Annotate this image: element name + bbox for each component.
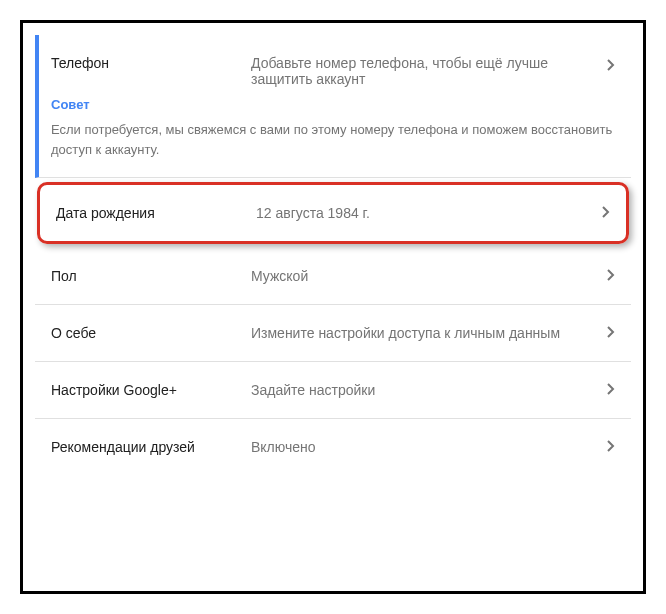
about-label: О себе <box>51 325 251 341</box>
birthdate-row[interactable]: Дата рождения 12 августа 1984 г. <box>40 185 626 241</box>
gender-value: Мужской <box>251 268 615 284</box>
chevron-right-icon <box>607 324 615 342</box>
gender-row[interactable]: Пол Мужской <box>35 248 631 305</box>
googleplus-row[interactable]: Настройки Google+ Задайте настройки <box>35 362 631 419</box>
birthdate-value: 12 августа 1984 г. <box>256 205 610 221</box>
chevron-right-icon <box>607 381 615 399</box>
birthdate-label: Дата рождения <box>56 205 256 221</box>
birthdate-highlight: Дата рождения 12 августа 1984 г. <box>37 182 629 244</box>
tip-label: Совет <box>51 97 615 112</box>
friends-label: Рекомендации друзей <box>51 439 251 455</box>
gender-label: Пол <box>51 268 251 284</box>
about-value: Измените настройки доступа к личным данн… <box>251 325 615 341</box>
googleplus-value: Задайте настройки <box>251 382 615 398</box>
friends-value: Включено <box>251 439 615 455</box>
chevron-right-icon <box>607 57 615 75</box>
settings-list: Телефон Добавьте номер телефона, чтобы е… <box>35 35 631 579</box>
friends-row[interactable]: Рекомендации друзей Включено <box>35 419 631 475</box>
tip-section: Совет Если потребуется, мы свяжемся с ва… <box>35 97 631 178</box>
phone-value: Добавьте номер телефона, чтобы ещё лучше… <box>251 55 615 87</box>
outer-frame: Телефон Добавьте номер телефона, чтобы е… <box>20 20 646 594</box>
phone-label: Телефон <box>51 55 251 71</box>
phone-row[interactable]: Телефон Добавьте номер телефона, чтобы е… <box>35 35 631 97</box>
chevron-right-icon <box>602 204 610 222</box>
tip-text: Если потребуется, мы свяжемся с вами по … <box>51 120 615 159</box>
about-row[interactable]: О себе Измените настройки доступа к личн… <box>35 305 631 362</box>
chevron-right-icon <box>607 438 615 456</box>
googleplus-label: Настройки Google+ <box>51 382 251 398</box>
chevron-right-icon <box>607 267 615 285</box>
